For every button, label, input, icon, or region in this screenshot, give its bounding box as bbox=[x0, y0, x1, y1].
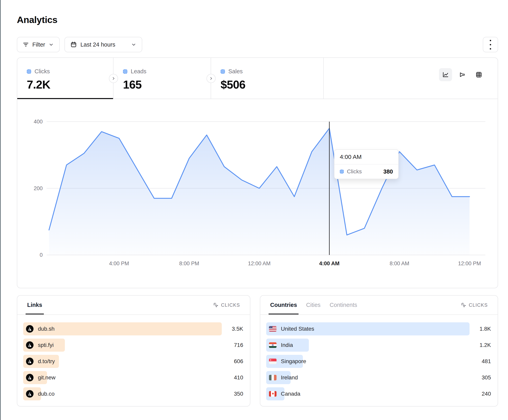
tab-continents[interactable]: Continents bbox=[330, 302, 357, 308]
sales-legend-swatch bbox=[221, 69, 225, 74]
tooltip-time: 4:00 AM bbox=[335, 150, 398, 164]
clicks-time-series-chart[interactable]: 02004004:00 PM8:00 PM12:00 AM4:00 AM8:00… bbox=[17, 99, 498, 288]
toolbar: Filter Last 24 hours bbox=[17, 37, 142, 52]
link-row[interactable]: git.new 410 bbox=[23, 371, 244, 384]
link-clicks-value: 350 bbox=[234, 387, 243, 400]
link-name: dub.sh bbox=[38, 326, 54, 332]
table-view-button[interactable] bbox=[472, 68, 486, 81]
tab-leads-value: 165 bbox=[123, 78, 211, 91]
filter-button-label: Filter bbox=[32, 41, 45, 48]
country-clicks-value: 240 bbox=[482, 387, 491, 400]
country-clicks-value: 1.2K bbox=[479, 339, 491, 352]
country-row[interactable]: Ireland 305 bbox=[266, 371, 491, 384]
tab-clicks-value: 7.2K bbox=[27, 78, 113, 91]
tooltip-value: 380 bbox=[383, 168, 393, 175]
page-title: Analytics bbox=[17, 14, 57, 25]
singapore-flag-icon bbox=[269, 359, 276, 364]
tab-countries-label: Countries bbox=[270, 302, 297, 308]
country-clicks-value: 1.8K bbox=[479, 322, 491, 335]
tab-countries[interactable]: Countries bbox=[270, 302, 297, 308]
chart-view-toggles bbox=[439, 68, 486, 81]
x-tick-label: 8:00 AM bbox=[389, 261, 409, 267]
tab-sales-value: $506 bbox=[221, 78, 323, 91]
filter-icon bbox=[23, 42, 29, 48]
tab-leads-label: Leads bbox=[131, 68, 146, 75]
tab-leads[interactable]: Leads 165 bbox=[113, 58, 211, 99]
tab-cities-label: Cities bbox=[306, 302, 321, 308]
expand-leads-button[interactable] bbox=[207, 74, 216, 83]
tooltip-series-label: Clicks bbox=[347, 168, 362, 175]
country-name: India bbox=[281, 342, 293, 348]
tab-links-label: Links bbox=[27, 302, 42, 308]
y-tick-label: 0 bbox=[40, 252, 43, 258]
country-clicks-value: 305 bbox=[482, 371, 491, 384]
dub-logo-icon bbox=[26, 358, 34, 365]
country-row[interactable]: United States 1.8K bbox=[266, 322, 491, 335]
more-options-button[interactable] bbox=[483, 37, 498, 52]
link-name: dub.co bbox=[38, 391, 54, 397]
country-name: Canada bbox=[281, 391, 300, 397]
chevron-down-icon bbox=[131, 42, 136, 47]
metric-tabs: Clicks 7.2K Leads 165 Sales $506 bbox=[17, 58, 498, 99]
dub-logo-icon bbox=[26, 325, 34, 333]
links-list: dub.sh 3.5K spti.fyi 716 d.to/try 606 bbox=[17, 315, 250, 400]
country-name: Ireland bbox=[281, 374, 298, 381]
clicks-legend-swatch bbox=[27, 69, 31, 74]
tab-sales[interactable]: Sales $506 bbox=[211, 58, 324, 99]
country-name: United States bbox=[281, 326, 314, 332]
chart-tooltip: 4:00 AM Clicks 380 bbox=[334, 149, 399, 179]
y-tick-label: 200 bbox=[34, 185, 43, 191]
link-name: git.new bbox=[38, 374, 56, 381]
date-range-label: Last 24 hours bbox=[80, 41, 115, 48]
links-metric-selector[interactable]: CLICKS bbox=[213, 302, 240, 308]
link-clicks-value: 606 bbox=[234, 355, 243, 368]
line-chart-view-button[interactable] bbox=[439, 68, 452, 81]
kebab-menu-icon bbox=[490, 40, 491, 50]
country-row[interactable]: Singapore 481 bbox=[266, 355, 491, 368]
expand-clicks-button[interactable] bbox=[109, 74, 118, 83]
y-tick-label: 400 bbox=[34, 119, 43, 125]
country-row[interactable]: India 1.2K bbox=[266, 339, 491, 352]
tab-clicks-label: Clicks bbox=[35, 68, 50, 75]
tab-cities[interactable]: Cities bbox=[306, 302, 321, 308]
tab-continents-label: Continents bbox=[330, 302, 357, 308]
leads-legend-swatch bbox=[123, 69, 127, 74]
funnel-icon bbox=[459, 71, 466, 78]
links-panel-header: Links CLICKS bbox=[17, 296, 250, 315]
chevron-down-icon bbox=[49, 42, 54, 47]
dub-logo-icon bbox=[26, 341, 34, 349]
geo-panel-header: Countries Cities Continents CLICKS bbox=[260, 296, 498, 315]
canada-flag-icon bbox=[269, 391, 276, 397]
link-name: spti.fyi bbox=[38, 342, 53, 348]
date-range-button[interactable]: Last 24 hours bbox=[64, 37, 142, 52]
tab-links[interactable]: Links bbox=[27, 302, 42, 308]
countries-list: United States 1.8K India 1.2K Singapore … bbox=[260, 315, 498, 400]
link-row[interactable]: dub.sh 3.5K bbox=[23, 322, 244, 335]
chart-canvas[interactable]: 02004004:00 PM8:00 PM12:00 AM4:00 AM8:00… bbox=[17, 99, 498, 288]
cursor-click-icon bbox=[213, 302, 219, 308]
geo-metric-selector[interactable]: CLICKS bbox=[461, 302, 488, 308]
link-clicks-value: 3.5K bbox=[232, 322, 243, 335]
cursor-click-icon bbox=[461, 302, 466, 308]
country-clicks-value: 481 bbox=[482, 355, 491, 368]
country-row[interactable]: Canada 240 bbox=[266, 387, 491, 400]
x-tick-label: 12:00 PM bbox=[458, 261, 481, 267]
dub-logo-icon bbox=[26, 374, 34, 381]
x-tick-label: 12:00 AM bbox=[248, 261, 270, 267]
tab-clicks[interactable]: Clicks 7.2K bbox=[17, 58, 113, 99]
calendar-icon bbox=[70, 41, 77, 48]
us-flag-icon bbox=[269, 326, 276, 332]
tab-sales-label: Sales bbox=[228, 68, 243, 75]
funnel-view-button[interactable] bbox=[456, 68, 469, 81]
links-panel: Links CLICKS dub.sh 3.5K spti.fyi bbox=[17, 295, 250, 406]
link-name: d.to/try bbox=[38, 358, 55, 364]
geo-metric-label: CLICKS bbox=[469, 302, 488, 308]
link-row[interactable]: dub.co 350 bbox=[23, 387, 244, 400]
line-chart-icon bbox=[442, 71, 449, 78]
chevron-right-icon bbox=[112, 76, 115, 80]
filter-button[interactable]: Filter bbox=[17, 37, 60, 52]
chevron-right-icon bbox=[209, 76, 213, 80]
link-row[interactable]: spti.fyi 716 bbox=[23, 339, 244, 352]
link-row[interactable]: d.to/try 606 bbox=[23, 355, 244, 368]
window-edge bbox=[0, 0, 0, 420]
